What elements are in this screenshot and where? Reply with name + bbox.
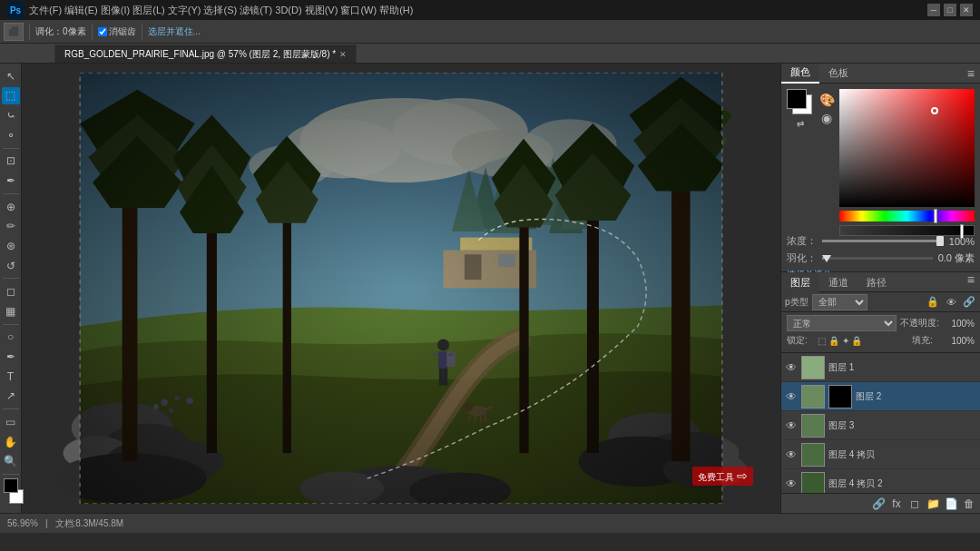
shape-tool[interactable]: ▭ <box>2 413 20 431</box>
tab-close[interactable]: ✕ <box>339 50 347 59</box>
foreground-swatch[interactable] <box>787 89 807 109</box>
pen-tool[interactable]: ✒ <box>2 348 20 366</box>
fg-bg-colors[interactable] <box>4 478 18 509</box>
opacity-thumb <box>960 224 964 239</box>
color-panel-tabs: 颜色 色板 ≡ <box>781 64 980 84</box>
selection-tool[interactable]: ⬚ <box>2 87 20 105</box>
swatch-pair[interactable] <box>787 89 814 116</box>
tool-separator <box>3 148 19 149</box>
minimize-button[interactable]: ─ <box>927 4 940 16</box>
path-select[interactable]: ↗ <box>2 388 20 406</box>
tool-separator-6 <box>3 474 19 475</box>
layer-1-eye[interactable]: 👁 <box>785 361 798 374</box>
color-gradient-box[interactable] <box>839 89 975 225</box>
hand-tool[interactable]: ✋ <box>2 433 20 451</box>
swap-colors[interactable]: ⇄ <box>787 119 814 129</box>
eyedropper-tool[interactable]: ✒ <box>2 172 20 190</box>
kind-filter-select[interactable]: 全部 <box>812 294 868 310</box>
refine-label: 调化：0像素 <box>35 25 86 38</box>
layer-visibility-icon[interactable]: 👁 <box>944 295 958 310</box>
layers-toolbar: p类型 全部 🔒 👁 🔗 <box>781 292 980 312</box>
text-tool[interactable]: T <box>2 368 20 386</box>
layers-panel-menu[interactable]: ≡ <box>962 272 980 291</box>
layer-row-5[interactable]: 👁 图层 4 拷贝 2 <box>781 469 980 493</box>
layer-2-eye[interactable]: 👁 <box>785 390 798 403</box>
window-controls[interactable]: ─ □ ✕ <box>927 4 973 16</box>
layer-3-eye[interactable]: 👁 <box>785 419 798 432</box>
tab-color[interactable]: 颜色 <box>781 64 819 84</box>
main-area: ↖ ⬚ ⤿ ⚬ ⊡ ✒ ⊕ ✏ ⊛ ↺ ◻ ▦ ○ ✒ T ↗ ▭ ✋ 🔍 <box>0 64 980 513</box>
layer-row-3[interactable]: 👁 图层 3 <box>781 411 980 440</box>
move-tool[interactable]: ↖ <box>2 67 20 85</box>
add-mask-btn[interactable]: ◻ <box>907 497 922 511</box>
blend-mode-select[interactable]: 正常 <box>787 315 897 331</box>
foreground-color[interactable] <box>4 478 18 493</box>
zoom-level: 56.96% <box>7 518 38 528</box>
hue-slider[interactable] <box>839 211 975 221</box>
close-button[interactable]: ✕ <box>960 4 973 16</box>
lock-icons: ⬚ 🔒 ✦ 🔒 <box>818 336 862 346</box>
layer-2-name: 图层 2 <box>856 390 976 403</box>
saturation-value-picker[interactable] <box>839 89 975 207</box>
layer-row-2[interactable]: 👁 图层 2 <box>781 382 980 411</box>
doc-info: 文档:8.3M/45.8M <box>55 517 124 530</box>
new-group-btn[interactable]: 📁 <box>926 497 940 511</box>
layers-tabs: 图层 通道 路径 ≡ <box>781 272 980 292</box>
tab-swatches[interactable]: 色板 <box>819 64 858 84</box>
hue-thumb <box>934 209 937 223</box>
layer-row-1[interactable]: 👁 图层 1 <box>781 353 980 382</box>
lock-label: 锁定: <box>787 334 814 347</box>
panel-menu-icon[interactable]: ≡ <box>962 66 980 81</box>
layers-controls: 正常 不透明度: 100% 锁定: ⬚ 🔒 ✦ 🔒 填充: 100% <box>781 312 980 353</box>
delete-layer-btn[interactable]: 🗑 <box>962 497 976 511</box>
add-style-btn[interactable]: fx <box>889 497 904 511</box>
anti-alias-checkbox[interactable]: 消锯齿 <box>98 25 136 38</box>
zoom-tool[interactable]: 🔍 <box>2 452 20 470</box>
toolbar-separator-2 <box>92 24 93 40</box>
clone-tool[interactable]: ⊛ <box>2 237 20 255</box>
eraser-tool[interactable]: ◻ <box>2 282 20 300</box>
layer-5-thumb <box>801 472 825 494</box>
document-tab[interactable]: RGB_GOLDEN_PRAIRIE_FINAL.jpg @ 57% (图层 2… <box>54 44 357 63</box>
layer-4-eye[interactable]: 👁 <box>785 448 798 461</box>
tab-paths[interactable]: 路径 <box>858 272 896 292</box>
layer-2-thumb <box>801 385 825 408</box>
lasso-tool[interactable]: ⤿ <box>2 106 20 124</box>
canvas-area[interactable]: 免费工具 ⇨ <box>22 64 780 513</box>
fg-bg-swatches: ⇄ <box>787 89 814 225</box>
gradient-tool[interactable]: ▦ <box>2 302 20 320</box>
tab-layers[interactable]: 图层 <box>781 272 819 292</box>
opacity-fill <box>822 240 944 242</box>
layers-list: 👁 图层 1 👁 图层 2 👁 图层 3 <box>781 353 980 493</box>
statusbar: 56.96% | 文档:8.3M/45.8M <box>0 513 980 533</box>
crop-tool[interactable]: ⊡ <box>2 153 20 171</box>
opacity-slider[interactable] <box>839 225 975 236</box>
brush-tool[interactable]: ✏ <box>2 217 20 235</box>
color-picker-icon-1[interactable]: 🎨 <box>819 93 835 107</box>
spot-heal-tool[interactable]: ⊕ <box>2 198 20 216</box>
layer-4-name: 图层 4 拷贝 <box>828 448 976 461</box>
quick-select-tool[interactable]: ⚬ <box>2 126 20 144</box>
select-mask-label[interactable]: 选层并遮住... <box>148 25 201 38</box>
color-picker-icon-2[interactable]: ◉ <box>821 111 832 125</box>
feather-track[interactable] <box>822 257 933 260</box>
link-layers-btn[interactable]: 🔗 <box>871 497 886 511</box>
layer-5-eye[interactable]: 👁 <box>785 477 798 490</box>
lock-icon[interactable]: 🔒 <box>926 295 940 310</box>
tool-separator-5 <box>3 408 19 409</box>
tab-channels[interactable]: 通道 <box>819 272 858 292</box>
opacity-track[interactable] <box>822 240 944 242</box>
tool-options-btn[interactable]: ⬛ <box>4 23 24 41</box>
opacity-value: 100% <box>943 319 975 329</box>
layer-1-name: 图层 1 <box>828 361 976 374</box>
ps-logo: Ps <box>7 2 24 18</box>
tool-separator-2 <box>3 193 19 194</box>
history-brush[interactable]: ↺ <box>2 257 20 275</box>
new-layer-btn[interactable]: 📄 <box>944 497 958 511</box>
layer-row-4[interactable]: 👁 图层 4 拷贝 <box>781 440 980 469</box>
layer-link-icon[interactable]: 🔗 <box>962 295 976 310</box>
maximize-button[interactable]: □ <box>944 4 956 16</box>
color-picker-icons: 🎨 ◉ <box>819 89 834 225</box>
layer-1-thumb <box>801 356 825 379</box>
dodge-tool[interactable]: ○ <box>2 329 20 347</box>
